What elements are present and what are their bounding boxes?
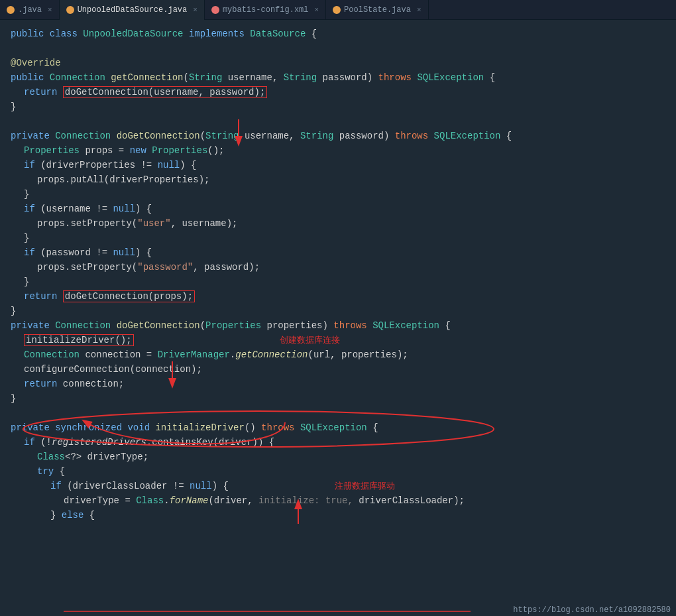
tab-mybatis-label: mybatis-config.xml	[223, 5, 309, 15]
tab-mybatis-icon	[211, 6, 219, 14]
code-line-blank1	[0, 41, 676, 56]
code-line-brace2: }	[0, 187, 676, 202]
code-line-1: public class UnpooledDataSource implemen…	[0, 27, 676, 41]
code-area: public class UnpooledDataSource implemen…	[0, 20, 676, 616]
tab-java[interactable]: .java ×	[0, 0, 60, 20]
code-line-initdriver-decl: private synchronized void initializeDriv…	[0, 420, 676, 435]
code-line-if1: if (driverProperties != null) {	[0, 158, 676, 172]
code-line-props1: Properties props = new Properties();	[0, 143, 676, 158]
code-line-return2: return doGetConnection(props);	[0, 289, 676, 304]
code-line-override: @Override	[0, 56, 676, 70]
code-line-return1: return doGetConnection(username, passwor…	[0, 85, 676, 99]
tab-bar: .java × UnpooledDataSource.java × mybati…	[0, 0, 676, 20]
tab-poolstate-close[interactable]: ×	[417, 6, 422, 14]
code-line-else: } else {	[0, 508, 676, 523]
tab-unpooled-label: UnpooledDataSource.java	[78, 5, 188, 15]
code-line-if2: if (username != null) {	[0, 202, 676, 216]
tab-unpooled[interactable]: UnpooledDataSource.java ×	[60, 0, 205, 20]
tab-poolstate[interactable]: PoolState.java ×	[326, 0, 428, 20]
code-line-setprop2: props.setProperty("password", password);	[0, 260, 676, 275]
code-line-dogetconn1: private Connection doGetConnection(Strin…	[0, 129, 676, 143]
code-line-blank2	[0, 114, 676, 129]
code-line-classforname: driverType = Class.forName(driver, initi…	[0, 493, 676, 508]
tab-mybatis[interactable]: mybatis-config.xml ×	[205, 0, 326, 20]
code-line-return3: return connection;	[0, 377, 676, 391]
tab-java-label: .java	[18, 5, 42, 15]
code-line-if5: if (driverClassLoader != null) {注册数据库驱动	[0, 479, 676, 493]
code-line-if4: if (!registeredDrivers.containsKey(drive…	[0, 435, 676, 450]
annotation-create-db: 创建数据库连接	[280, 335, 340, 345]
code-line-if3: if (password != null) {	[0, 245, 676, 260]
code-line-initdriver: initializeDriver();创建数据库连接	[0, 333, 676, 347]
tab-poolstate-label: PoolState.java	[344, 5, 411, 15]
code-line-drivertype: Class<?> driverType;	[0, 450, 676, 464]
tab-java-icon	[7, 6, 15, 14]
code-line-setprop1: props.setProperty("user", username);	[0, 216, 676, 231]
code-line-brace6: }	[0, 391, 676, 406]
tab-java-close[interactable]: ×	[48, 6, 52, 14]
code-line-configure: configureConnection(connection);	[0, 362, 676, 377]
annotation-register-driver: 注册数据库驱动	[335, 481, 395, 491]
tab-unpooled-icon	[66, 6, 74, 14]
tab-poolstate-icon	[333, 6, 341, 14]
code-line-dogetconn2: private Connection doGetConnection(Prope…	[0, 318, 676, 333]
code-line-brace4: }	[0, 275, 676, 289]
code-line-blank3	[0, 406, 676, 420]
watermark: https://blog.csdn.net/a1092882580	[513, 605, 671, 615]
code-line-brace1: }	[0, 99, 676, 114]
tab-unpooled-close[interactable]: ×	[193, 6, 197, 14]
code-line-getconn1: public Connection getConnection(String u…	[0, 70, 676, 85]
code-line-brace3: }	[0, 231, 676, 245]
code-line-brace5: }	[0, 304, 676, 318]
code-line-putall: props.putAll(driverProperties);	[0, 172, 676, 187]
code-line-connection: Connection connection = DriverManager.ge…	[0, 347, 676, 362]
tab-mybatis-close[interactable]: ×	[315, 6, 319, 14]
code-line-try: try {	[0, 464, 676, 479]
